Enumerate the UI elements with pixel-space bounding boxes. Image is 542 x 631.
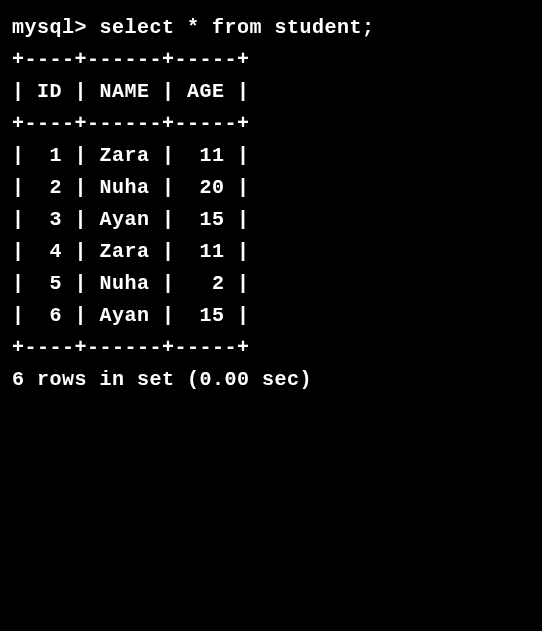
table-row: | 1 | Zara | 11 | xyxy=(12,140,530,172)
table-row: | 5 | Nuha | 2 | xyxy=(12,268,530,300)
separator-header: +----+------+-----+ xyxy=(12,108,530,140)
separator-top: +----+------+-----+ xyxy=(12,44,530,76)
result-footer: 6 rows in set (0.00 sec) xyxy=(12,364,530,396)
header-row: | ID | NAME | AGE | xyxy=(12,76,530,108)
table-row: | 6 | Ayan | 15 | xyxy=(12,300,530,332)
table-row: | 2 | Nuha | 20 | xyxy=(12,172,530,204)
prompt-line: mysql> select * from student; xyxy=(12,12,530,44)
mysql-prompt: mysql> xyxy=(12,16,87,39)
table-row: | 4 | Zara | 11 | xyxy=(12,236,530,268)
table-row: | 3 | Ayan | 15 | xyxy=(12,204,530,236)
sql-query: select * from student; xyxy=(100,16,375,39)
separator-bottom: +----+------+-----+ xyxy=(12,332,530,364)
